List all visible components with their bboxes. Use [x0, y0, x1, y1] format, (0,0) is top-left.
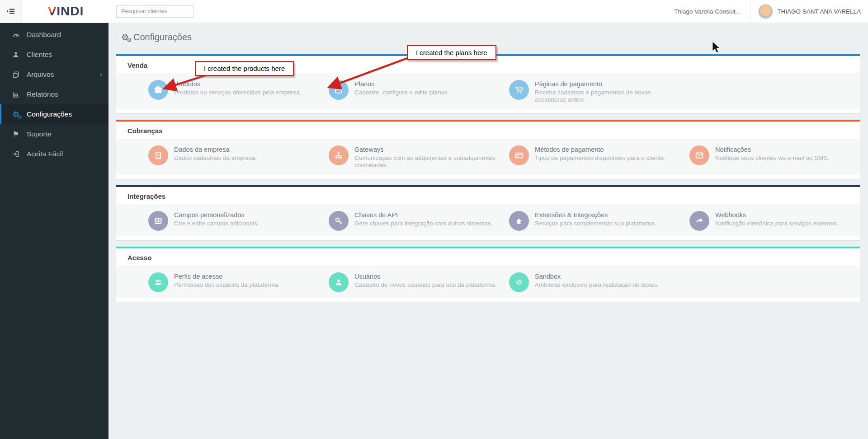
- topbar-right: Thiago Varella Consult... THIAGO SANT AN…: [674, 0, 868, 23]
- item-produtos[interactable]: Produtos Produtos ou serviços oferecidos…: [148, 80, 329, 104]
- item-description: Receba cadastros e pagamentos de novas a…: [535, 89, 683, 104]
- sidebar-item-label: Configurações: [27, 110, 72, 118]
- page-title: ⚙⚙ Configurações: [121, 32, 854, 42]
- sidebar-item-label: Clientes: [27, 51, 52, 59]
- item-title: Notificações: [715, 146, 829, 153]
- item-extensoes-integracoes[interactable]: Extensões & Integrações Serviços para co…: [509, 211, 689, 231]
- item-description: Dados cadastrais da empresa.: [174, 154, 257, 162]
- item-perfis-de-acesso[interactable]: Perfis de acesso Permissão dos usuários …: [148, 272, 329, 292]
- flag-icon: ⚑: [10, 130, 21, 139]
- item-gateways[interactable]: Gateways Comunicação com as adquirentes …: [329, 145, 509, 169]
- item-title: Métodos de pagamento: [535, 146, 665, 153]
- sidebar-item-clientes[interactable]: Clientes: [0, 45, 108, 65]
- item-description: Ambiente exclusivo para realização de te…: [535, 281, 659, 289]
- item-description: Tipos de pagamentos disponíveis para o c…: [535, 154, 665, 162]
- page-title-text: Configurações: [133, 32, 192, 42]
- sitemap-icon: [329, 145, 349, 165]
- item-title: Usuários: [354, 273, 496, 280]
- section-title: Venda: [116, 56, 860, 74]
- item-description: Notificação eletrônica para serviços ext…: [715, 220, 838, 227]
- item-description: Crie e edite campos adicionais.: [174, 220, 259, 227]
- vindi-logo-rest: INDI: [57, 4, 84, 19]
- table-icon: [148, 211, 168, 231]
- item-title: Sandbox: [535, 273, 659, 280]
- sidebar-item-relatorios[interactable]: Relatórios: [0, 84, 108, 104]
- sidebar-item-label: Relatórios: [27, 90, 58, 98]
- item-chaves-de-api[interactable]: Chaves de API Gere chaves para integraçã…: [329, 211, 509, 231]
- user-name: THIAGO SANT ANA VARELLA: [777, 8, 861, 15]
- item-planos[interactable]: Planos Cadastre, configure e edite plano…: [329, 80, 509, 104]
- calendar-icon: [329, 80, 349, 100]
- bar-chart-icon: [10, 90, 21, 98]
- search-input[interactable]: [116, 5, 194, 18]
- hamburger-icon: [7, 8, 14, 14]
- section-integracoes: Integrações Campos personalizados Crie e…: [116, 185, 860, 240]
- topbar: VINDI Thiago Varella Consult... THIAGO S…: [0, 0, 868, 23]
- sidebar-toggle-button[interactable]: [0, 0, 22, 23]
- section-items: Dados da empresa Dados cadastrais da emp…: [116, 140, 860, 175]
- item-title: Perfis de acesso: [174, 273, 280, 280]
- item-usuarios[interactable]: Usuários Cadastro de novos usuários para…: [329, 272, 509, 292]
- chevron-right-icon: ›: [100, 70, 102, 79]
- item-description: Notifique seus clientes via e-mail ou SM…: [715, 154, 829, 162]
- section-items: Produtos Produtos ou serviços oferecidos…: [116, 74, 860, 109]
- envelope-icon: [689, 145, 709, 165]
- sidebar-item-label: Aceita Fácil: [27, 150, 63, 158]
- item-description: Comunicação com as adquirentes e subadqu…: [354, 154, 503, 169]
- item-notificacoes[interactable]: Notificações Notifique seus clientes via…: [689, 145, 868, 169]
- item-title: Campos personalizados: [174, 211, 259, 219]
- item-webhooks[interactable]: Webhooks Notificação eletrônica para ser…: [689, 211, 868, 231]
- sidebar-item-arquivos[interactable]: Arquivos ›: [0, 65, 108, 84]
- avatar: [758, 4, 773, 19]
- sidebar-item-label: Dashboard: [27, 31, 61, 39]
- section-items: Campos personalizados Crie e edite campo…: [116, 205, 860, 236]
- vindi-logo-v: V: [48, 4, 57, 19]
- sidebar-item-aceita-facil[interactable]: Aceita Fácil: [0, 144, 108, 164]
- item-title: Extensões & Integrações: [535, 211, 656, 219]
- sidebar-item-label: Arquivos: [27, 70, 54, 79]
- item-description: Cadastre, configure e edite planos.: [354, 89, 449, 96]
- item-description: Cadastro de novos usuários para uso da p…: [354, 281, 496, 289]
- item-sandbox[interactable]: Sandbox Ambiente exclusivo para realizaç…: [509, 272, 689, 292]
- account-menu[interactable]: Thiago Varella Consult...: [674, 8, 741, 15]
- section-items: Perfis de acesso Permissão dos usuários …: [116, 266, 860, 298]
- item-description: Gere chaves para integração com outros s…: [354, 220, 492, 227]
- item-paginas-de-pagamento[interactable]: Páginas de pagamento Receba cadastros e …: [509, 80, 689, 104]
- item-title: Gateways: [354, 146, 503, 153]
- sidebar-item-dashboard[interactable]: Dashboard: [0, 25, 108, 45]
- item-description: Serviços para complementar sua plataform…: [535, 220, 656, 227]
- main-content: ⚙⚙ Configurações Venda Produtos Produtos…: [108, 23, 868, 439]
- sidebar-item-suporte[interactable]: ⚑ Suporte: [0, 124, 108, 144]
- sidebar-item-label: Suporte: [27, 130, 51, 138]
- group-icon: [148, 272, 168, 292]
- item-description: Produtos ou serviços oferecidos pela emp…: [174, 89, 301, 96]
- item-description: Permissão dos usuários da plataforma.: [174, 281, 280, 289]
- section-acesso: Acesso Perfis de acesso Permissão dos us…: [116, 247, 860, 302]
- section-title: Cobranças: [116, 121, 860, 140]
- sidebar: Dashboard Clientes Arquivos › Relatórios…: [0, 23, 108, 439]
- item-title: Dados da empresa: [174, 146, 257, 153]
- item-title: Produtos: [174, 80, 301, 88]
- user-menu[interactable]: THIAGO SANT ANA VARELLA: [751, 4, 868, 19]
- sidebar-item-configuracoes[interactable]: ⚙⚙ Configurações: [0, 104, 108, 124]
- item-campos-personalizados[interactable]: Campos personalizados Crie e edite campo…: [148, 211, 329, 231]
- section-title: Acesso: [116, 248, 860, 266]
- item-title: Planos: [354, 80, 449, 88]
- gift-icon: [148, 80, 168, 100]
- item-title: Páginas de pagamento: [535, 80, 683, 88]
- item-title: Chaves de API: [354, 211, 492, 219]
- item-dados-da-empresa[interactable]: Dados da empresa Dados cadastrais da emp…: [148, 145, 329, 169]
- cart-icon: [509, 80, 529, 100]
- item-metodos-de-pagamento[interactable]: Métodos de pagamento Tipos de pagamentos…: [509, 145, 689, 169]
- sign-in-icon: [10, 150, 21, 158]
- section-venda: Venda Produtos Produtos ou serviços ofer…: [116, 54, 860, 113]
- building-icon: [148, 145, 168, 165]
- puzzle-icon: [509, 211, 529, 231]
- section-title: Integrações: [116, 187, 860, 205]
- item-title: Webhooks: [715, 211, 838, 219]
- share-icon: [689, 211, 709, 231]
- credit-card-icon: [509, 145, 529, 165]
- gears-icon: ⚙⚙: [10, 111, 21, 118]
- user-icon: [10, 51, 21, 59]
- tachometer-icon: [10, 31, 21, 39]
